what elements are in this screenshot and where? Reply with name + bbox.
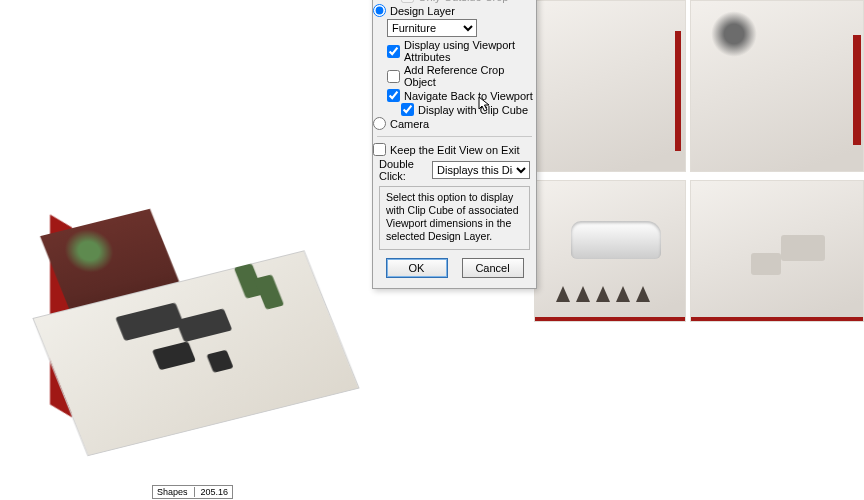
camera-label: Camera xyxy=(390,118,429,130)
display-clip-cube-row: Display with Clip Cube xyxy=(401,103,536,116)
divider-1 xyxy=(377,136,532,137)
camera-radio[interactable] xyxy=(373,117,386,130)
add-ref-crop-checkbox[interactable] xyxy=(387,70,400,83)
layer-select-row: Furniture xyxy=(387,19,530,37)
only-outside-crop-checkbox xyxy=(401,0,414,3)
design-layer-radio[interactable] xyxy=(373,4,386,17)
cancel-button[interactable]: Cancel xyxy=(462,258,524,278)
design-layer-row: Design Layer xyxy=(373,4,536,17)
ok-button[interactable]: OK xyxy=(386,258,448,278)
add-ref-crop-label: Add Reference Crop Object xyxy=(404,64,536,88)
display-clip-cube-checkbox[interactable] xyxy=(401,103,414,116)
camera-row: Camera xyxy=(373,117,536,130)
render-tile-top-right xyxy=(690,0,864,172)
render-left-iso xyxy=(20,180,350,490)
display-viewport-attrs-row: Display using Viewport Attributes xyxy=(387,39,536,63)
keep-edit-view-label: Keep the Edit View on Exit xyxy=(390,144,519,156)
display-viewport-attrs-label: Display using Viewport Attributes xyxy=(404,39,536,63)
option-description: Select this option to display with Clip … xyxy=(379,186,530,250)
navigate-back-row: Navigate Back to Viewport xyxy=(387,89,536,102)
topiary-row xyxy=(556,286,650,302)
display-clip-cube-label: Display with Clip Cube xyxy=(418,104,528,116)
navigate-back-label: Navigate Back to Viewport xyxy=(404,90,533,102)
design-layer-label: Design Layer xyxy=(390,5,455,17)
keep-edit-view-row: Keep the Edit View on Exit xyxy=(373,143,536,156)
dialog-button-row: OK Cancel xyxy=(373,258,536,278)
double-click-select[interactable]: Displays this Dialog xyxy=(432,161,530,179)
render-tile-bottom-right xyxy=(690,180,864,322)
only-outside-crop-label: Only Outside Crop xyxy=(418,0,508,3)
layer-select[interactable]: Furniture xyxy=(387,19,477,37)
edit-viewport-dialog: Only Outside Crop Design Layer Furniture… xyxy=(372,0,537,289)
keep-edit-view-checkbox[interactable] xyxy=(373,143,386,156)
add-ref-crop-row: Add Reference Crop Object xyxy=(387,64,536,88)
double-click-label: Double Click: xyxy=(379,158,428,182)
navigate-back-checkbox[interactable] xyxy=(387,89,400,102)
display-viewport-attrs-checkbox[interactable] xyxy=(387,45,400,58)
render-tile-top-left xyxy=(534,0,686,172)
double-click-row: Double Click: Displays this Dialog xyxy=(379,158,530,182)
only-outside-crop-row: Only Outside Crop xyxy=(401,0,536,3)
